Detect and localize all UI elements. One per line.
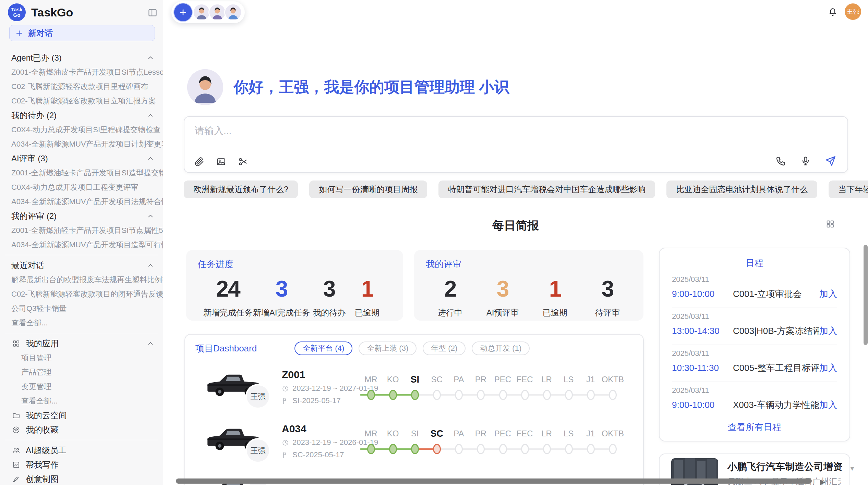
stat-item: 3新增AI完成任务 xyxy=(253,276,310,318)
view-all-schedule-link[interactable]: 查看所有日程 xyxy=(660,421,849,433)
milestone-label: MR xyxy=(360,374,382,385)
chevron-up-icon[interactable] xyxy=(147,212,154,220)
sidebar-item[interactable]: Z001-全新燃油轻卡产品开发项目SI节点属性5D文件评审 xyxy=(0,223,163,238)
vertical-scrollbar[interactable] xyxy=(864,245,868,345)
suggestion-chip[interactable]: 比亚迪全固态电池计划具体说了什么 xyxy=(666,181,817,198)
assistant-avatar xyxy=(187,69,223,105)
app-item[interactable]: 查看全部... xyxy=(0,394,163,408)
sidebar-item[interactable]: C02-飞腾新能源轻客改款项目立项汇报方案 xyxy=(0,94,163,108)
chevron-up-icon[interactable] xyxy=(147,155,154,162)
suggestion-chip[interactable]: 当下年轻人对汽车外观有怎样的喜好趋势 xyxy=(829,181,868,198)
write-icon xyxy=(12,461,20,469)
join-link[interactable]: 加入 xyxy=(819,325,837,337)
scroll-right-arrow-icon[interactable]: ▶ xyxy=(820,478,825,485)
join-link[interactable]: 加入 xyxy=(819,288,837,300)
dashboard-filter-chip[interactable]: 全新平台 (4) xyxy=(294,341,352,355)
join-link[interactable]: 加入 xyxy=(819,362,837,374)
sidebar-item-star[interactable]: 我的收藏 xyxy=(0,423,163,437)
chevron-up-icon[interactable] xyxy=(147,340,154,347)
chevron-up-icon[interactable] xyxy=(147,112,154,119)
logo-text-bottom: Go xyxy=(13,12,21,18)
send-icon[interactable] xyxy=(825,155,836,167)
project-row[interactable]: 王强A0342023-12-19 ~ 2026-01-19SC-2025-05-… xyxy=(185,419,644,473)
sidebar-section-header[interactable]: 我的待办 (2) xyxy=(0,108,163,123)
label: 帮我写作 xyxy=(26,459,59,470)
recent-chat-item[interactable]: 解释最新出台的欧盟报废车法规再生塑料比例被调至15%... xyxy=(0,273,163,287)
milestone-label: PR xyxy=(470,428,492,439)
stat-item: 1已逾期 xyxy=(348,276,386,318)
sidebar-item[interactable]: A034-全新新能源MUV产品开发项目计划变更表编写 xyxy=(0,137,163,151)
add-agent-button[interactable] xyxy=(174,3,192,21)
horizontal-scrollbar[interactable] xyxy=(176,478,812,484)
sidebar-item[interactable]: C02-飞腾新能源轻客改款项目里程碑画布 xyxy=(0,79,163,94)
new-chat-button[interactable]: 新对话 xyxy=(9,25,155,41)
stat-value: 3 xyxy=(602,276,614,301)
suggestion-chip[interactable]: 特朗普可能对进口汽车增税会对中国车企造成哪些影响 xyxy=(438,181,655,198)
topbar-agent-pill xyxy=(171,1,245,23)
sidebar-item[interactable]: Z001-全新燃油皮卡产品开发项目SI节点Lesson Learn报告 xyxy=(0,65,163,79)
user-avatar[interactable]: 王强 xyxy=(845,3,861,20)
dashboard-filter-chip[interactable]: 动总开发 (1) xyxy=(472,341,530,355)
recent-chat-item[interactable]: C02-飞腾新能源轻客改款项目的闭环通告反馈情况 xyxy=(0,287,163,301)
milestone-dot xyxy=(609,390,617,400)
sidebar-item[interactable]: A034-全新新能源MUV产品开发项目造型可行性评审 xyxy=(0,238,163,252)
dashboard-filter-chip[interactable]: 全新上装 (3) xyxy=(359,341,417,355)
message-input[interactable] xyxy=(194,125,777,137)
scroll-down-arrow-icon[interactable]: ▼ xyxy=(849,465,855,472)
attachment-icon[interactable] xyxy=(194,157,204,167)
sidebar-tool-item[interactable]: AI超级员工 xyxy=(0,443,163,458)
sidebar-collapse-icon[interactable] xyxy=(147,8,158,18)
join-link[interactable]: 加入 xyxy=(819,399,837,411)
logo-text-top: Task xyxy=(11,7,22,12)
sidebar-item[interactable]: C0X4-动力总成开发项目SI里程碑提交物检查 xyxy=(0,123,163,137)
milestone-label: FEC xyxy=(514,374,535,385)
sidebar-item[interactable]: C0X4-动力总成开发项目工程变更评审 xyxy=(0,180,163,195)
layout-grid-icon[interactable] xyxy=(825,219,835,229)
sidebar-section-header[interactable]: AI评审 (3) xyxy=(0,151,163,166)
avatar-1[interactable] xyxy=(193,3,210,21)
avatar-2[interactable] xyxy=(208,3,226,21)
chevron-up-icon[interactable] xyxy=(147,262,154,269)
phone-icon[interactable] xyxy=(775,156,786,166)
sidebar-section-header[interactable]: 我的评审 (2) xyxy=(0,209,163,223)
section-title: 我的待办 (2) xyxy=(11,108,57,123)
sidebar-section-header[interactable]: 最近对话 xyxy=(0,258,163,273)
flag-icon xyxy=(282,451,289,459)
sidebar-item[interactable]: A034-全新新能源MUV产品开发项目法规符合性评审 xyxy=(0,195,163,209)
milestone-dot xyxy=(367,444,375,454)
image-icon[interactable] xyxy=(216,157,226,167)
schedule-card: 日程 2025/03/119:00-10:00C001-立项审批会加入2025/… xyxy=(659,248,850,442)
scissors-icon[interactable] xyxy=(238,157,248,167)
event-title: X003-车辆动力学性能验... xyxy=(733,399,819,411)
sidebar-item-my-apps[interactable]: 我的应用 xyxy=(0,336,163,351)
stat-label: 新增AI完成任务 xyxy=(253,307,310,318)
project-row[interactable]: 王强Z0012023-12-19 ~ 2027-01-19SI-2025-05-… xyxy=(185,365,644,419)
event-date: 2025/03/11 xyxy=(672,275,837,284)
grid-icon xyxy=(12,339,20,348)
app-item[interactable]: 项目管理 xyxy=(0,351,163,365)
recent-chat-item[interactable]: 查看全部... xyxy=(0,316,163,330)
dashboard-filter-chip[interactable]: 年型 (2) xyxy=(423,341,466,355)
sidebar-tool-item[interactable]: 创意制图 xyxy=(0,472,163,485)
app-title: TaskGo xyxy=(31,6,73,19)
dashboard-title: 项目Dashboard xyxy=(195,343,257,355)
avatar-3[interactable] xyxy=(224,3,242,21)
microphone-icon[interactable] xyxy=(800,156,811,166)
suggestion-chip[interactable]: 如何写一份清晰的项目周报 xyxy=(309,181,427,198)
sidebar-item-cloud[interactable]: 我的云空间 xyxy=(0,408,163,423)
milestone-dot xyxy=(455,444,463,454)
milestone-label: OKTB xyxy=(602,428,624,439)
recent-chat-item[interactable]: 公司Q3轻卡销量 xyxy=(0,301,163,316)
milestone-dot xyxy=(499,444,507,454)
dashboard-filters: 全新平台 (4)全新上装 (3)年型 (2)动总开发 (1) xyxy=(294,341,530,355)
suggestion-chip[interactable]: 欧洲新规最近颁布了什么? xyxy=(184,181,298,198)
sidebar-tool-item[interactable]: 帮我写作 xyxy=(0,458,163,472)
sidebar-item[interactable]: Z001-全新燃油轻卡产品开发项目SI造型提交物评审 xyxy=(0,166,163,180)
sidebar-section-header[interactable]: Agent已办 (3) xyxy=(0,51,163,65)
app-item[interactable]: 产品管理 xyxy=(0,365,163,380)
event-title: C003|H0B-方案冻结评审 xyxy=(733,325,819,337)
notification-bell-icon[interactable] xyxy=(828,7,838,17)
chevron-up-icon[interactable] xyxy=(147,54,154,62)
stat-item: 3待评审 xyxy=(589,276,626,318)
app-item[interactable]: 变更管理 xyxy=(0,380,163,394)
